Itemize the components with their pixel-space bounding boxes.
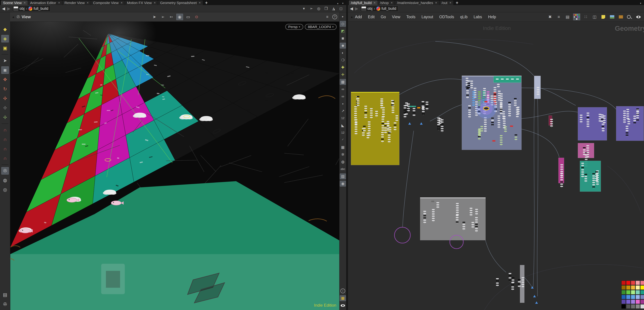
color-swatch[interactable] bbox=[636, 281, 640, 285]
network-colored-node[interactable] bbox=[417, 107, 420, 108]
teal-header-box[interactable] bbox=[494, 76, 521, 83]
visibility-icon[interactable] bbox=[340, 302, 346, 308]
tab-geometry-spreadsheet[interactable]: Geometry Spreadsheet× bbox=[158, 1, 203, 5]
network-colored-node[interactable] bbox=[431, 201, 434, 202]
forward-icon[interactable]: ▶ bbox=[354, 7, 359, 11]
normal-lighting-icon[interactable]: ◐ bbox=[340, 50, 346, 56]
view-mode-icon[interactable]: ➢ bbox=[160, 14, 166, 20]
color-swatch[interactable] bbox=[640, 295, 644, 299]
translate-tool-icon[interactable]: ✥ bbox=[1, 76, 9, 83]
select-tool-icon[interactable]: ➤ bbox=[1, 57, 9, 64]
display-final-icon[interactable]: ◆ bbox=[1, 26, 9, 33]
color-swatch[interactable] bbox=[631, 299, 635, 304]
component-panel-icon[interactable]: ▦ bbox=[340, 295, 346, 301]
rotate-tool-icon[interactable]: ↻ bbox=[1, 85, 9, 93]
network-view[interactable]: Indie Edition Geometry bbox=[348, 22, 644, 310]
pin-pane-icon[interactable]: ➣ bbox=[308, 6, 314, 11]
color-swatch[interactable] bbox=[636, 290, 640, 294]
search-icon[interactable] bbox=[626, 14, 633, 20]
thumbnails-view-icon[interactable]: ∷ bbox=[582, 14, 589, 20]
color-swatch[interactable] bbox=[622, 290, 626, 294]
color-swatch[interactable] bbox=[631, 304, 635, 309]
tools-config-icon[interactable]: ✖ bbox=[547, 14, 553, 20]
group-markers-icon[interactable]: ▦ bbox=[340, 144, 346, 150]
pane-collapse-icon[interactable]: ▲ bbox=[12, 15, 15, 19]
tree-view-icon[interactable]: ≡ bbox=[556, 14, 562, 20]
color-swatch[interactable] bbox=[636, 285, 640, 290]
new-tab-button[interactable]: + bbox=[454, 1, 460, 5]
color-swatch[interactable] bbox=[636, 299, 640, 304]
breadcrumb[interactable]: obj › full_build bbox=[360, 6, 398, 12]
menu-help[interactable]: Help bbox=[488, 15, 496, 19]
menu-layout[interactable]: Layout bbox=[422, 15, 433, 19]
color-swatch[interactable] bbox=[640, 304, 644, 309]
color-swatch[interactable] bbox=[640, 290, 644, 294]
path-history-icon[interactable]: ▾ bbox=[301, 6, 307, 11]
tab-motion-fx-view[interactable]: Motion FX View× bbox=[125, 1, 158, 5]
digital-asset-icon[interactable] bbox=[618, 14, 624, 20]
teal-netbox[interactable] bbox=[580, 161, 601, 192]
camera-pill[interactable]: 8BAR_LOOP4 ▾ bbox=[305, 24, 336, 30]
new-tab-button[interactable]: + bbox=[203, 1, 210, 5]
pane-collapse-icon[interactable]: ▲ bbox=[350, 15, 353, 19]
view-tool-icon[interactable]: ✇ bbox=[1, 167, 9, 175]
free-cluster-a[interactable] bbox=[404, 101, 428, 118]
inspect-loupe-icon[interactable]: ◎ bbox=[1, 186, 9, 193]
uv-overlay-icon[interactable]: ◩ bbox=[340, 28, 346, 34]
lock-view-icon[interactable]: ◙ bbox=[340, 36, 346, 41]
flipbook-icon[interactable]: ▤ bbox=[1, 291, 9, 298]
network-colored-node[interactable] bbox=[413, 106, 416, 107]
ghost-objects-icon[interactable]: ◇ bbox=[340, 21, 346, 27]
breadcrumb-root[interactable]: obj bbox=[20, 7, 24, 11]
axis-icon[interactable]: ✲ bbox=[340, 152, 346, 158]
disabled-mode-icon[interactable]: ⊖ bbox=[193, 14, 200, 20]
textured-shading-icon[interactable]: ▩ bbox=[340, 79, 346, 85]
back-icon[interactable]: ◀ bbox=[349, 7, 354, 11]
color-swatch[interactable] bbox=[626, 285, 630, 290]
secure-selection-icon[interactable]: ◙ bbox=[1, 66, 9, 74]
add-spotlight-icon[interactable]: ✛ bbox=[340, 72, 346, 78]
network-colored-node[interactable] bbox=[484, 101, 488, 102]
ghost-shading-icon[interactable]: ∞ bbox=[340, 94, 346, 99]
color-swatch[interactable] bbox=[626, 304, 630, 309]
snap-point-icon[interactable]: ∩ bbox=[1, 145, 9, 152]
close-tab-icon[interactable]: × bbox=[198, 1, 201, 5]
tab--obj-full-build[interactable]: /obj/full_build× bbox=[349, 1, 378, 5]
network-marker-triangle[interactable] bbox=[535, 301, 538, 304]
sticky-note-icon[interactable] bbox=[600, 14, 606, 20]
scene-viewport[interactable]: Persp ▾ 8BAR_LOOP4 ▾ Indie Edition bbox=[10, 22, 339, 310]
close-tab-icon[interactable]: × bbox=[153, 1, 156, 5]
follow-focus-icon[interactable]: ◎ bbox=[316, 6, 322, 11]
snap-curve-icon[interactable]: ∩ bbox=[1, 136, 9, 143]
network-marker-triangle[interactable] bbox=[408, 122, 411, 125]
tab--out[interactable]: /out× bbox=[440, 1, 454, 5]
primitives-menu-icon[interactable]: ◮ bbox=[331, 6, 336, 11]
handles-tool-icon[interactable]: ✢ bbox=[1, 114, 9, 121]
network-marker-triangle[interactable] bbox=[533, 295, 536, 297]
collapse-arrow-icon[interactable]: ► bbox=[340, 14, 346, 20]
display-template-icon[interactable]: ◈ bbox=[1, 35, 9, 42]
menu-qlib[interactable]: qLib bbox=[460, 15, 468, 19]
free-cluster-b[interactable] bbox=[437, 118, 444, 133]
network-colored-node[interactable] bbox=[510, 125, 513, 127]
close-tab-icon[interactable]: × bbox=[24, 1, 26, 5]
hidden-line-icon[interactable]: ∞ bbox=[340, 86, 346, 92]
gray-selection-box[interactable] bbox=[420, 198, 486, 240]
color-swatch[interactable] bbox=[626, 299, 630, 304]
tab--mat-emissive-handles[interactable]: /mat/emissive_handles× bbox=[395, 1, 439, 5]
tab-render-view[interactable]: Render View× bbox=[62, 1, 91, 5]
close-tab-icon[interactable]: × bbox=[86, 1, 89, 5]
tab-scene-view[interactable]: Scene View× bbox=[1, 1, 28, 5]
point-trails-icon[interactable]: ↗ bbox=[340, 108, 346, 114]
color-swatch[interactable] bbox=[626, 281, 630, 285]
close-tab-icon[interactable]: × bbox=[58, 1, 60, 5]
display-current-icon[interactable]: ▣ bbox=[1, 44, 9, 52]
prim-numbers-icon[interactable]: 12 bbox=[340, 130, 346, 136]
yellow-netbox[interactable] bbox=[351, 92, 399, 165]
pane-splitter[interactable] bbox=[346, 0, 348, 310]
tab-animation-editor[interactable]: Animation Editor× bbox=[28, 1, 62, 5]
color-swatch[interactable] bbox=[622, 295, 626, 299]
visibility-icon[interactable] bbox=[635, 14, 642, 20]
projection-pill[interactable]: Persp ▾ bbox=[285, 24, 303, 30]
magenta-bar[interactable] bbox=[558, 158, 564, 188]
